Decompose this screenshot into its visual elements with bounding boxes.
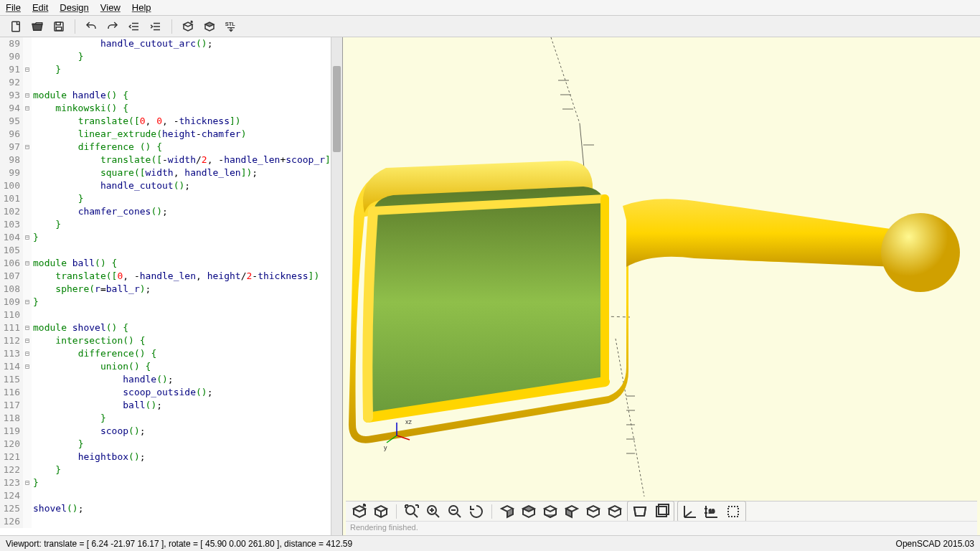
code-line[interactable]: 109⊟}: [0, 296, 342, 309]
menu-view[interactable]: View: [100, 2, 121, 13]
code-text[interactable]: scoop_outside();: [32, 386, 212, 399]
fold-marker[interactable]: ⊟: [23, 321, 32, 334]
crosshair-icon[interactable]: [724, 503, 743, 520]
code-line[interactable]: 100 handle_cutout();: [0, 179, 342, 192]
code-text[interactable]: }: [32, 192, 83, 205]
code-line[interactable]: 126: [0, 515, 342, 528]
fold-marker[interactable]: ⊟: [23, 476, 32, 489]
code-line[interactable]: 104⊟}: [0, 231, 342, 244]
code-text[interactable]: translate([0, 0, -thickness]): [32, 115, 241, 128]
scroll-thumb[interactable]: [333, 66, 341, 152]
code-text[interactable]: }: [32, 476, 39, 489]
view-front-icon[interactable]: [584, 503, 603, 520]
code-line[interactable]: 101 }: [0, 192, 342, 205]
code-line[interactable]: 107 translate([0, -handle_len, height/2-…: [0, 270, 342, 283]
code-text[interactable]: difference() {: [32, 347, 156, 360]
reset-view-icon[interactable]: [467, 503, 486, 520]
fold-marker[interactable]: ⊟: [23, 141, 32, 154]
render-canvas[interactable]: y xz: [343, 37, 980, 535]
code-line[interactable]: 116 scoop_outside();: [0, 386, 342, 399]
code-line[interactable]: 120 }: [0, 438, 342, 451]
open-icon[interactable]: [29, 18, 46, 35]
code-text[interactable]: handle_cutout();: [32, 179, 190, 192]
export-stl-icon[interactable]: STL: [222, 18, 240, 35]
code-text[interactable]: [32, 76, 33, 89]
menu-file[interactable]: File: [6, 2, 21, 13]
code-line[interactable]: 112⊟ intersection() {: [0, 334, 342, 347]
code-text[interactable]: square([width, handle_len]);: [32, 166, 258, 179]
fold-marker[interactable]: ⊟: [23, 347, 32, 360]
view-left-icon[interactable]: [562, 503, 581, 520]
code-text[interactable]: handle_cutout_arc();: [32, 37, 212, 50]
code-text[interactable]: }: [32, 438, 83, 451]
code-line[interactable]: 110: [0, 309, 342, 321]
code-text[interactable]: linear_extrude(height-chamfer): [32, 128, 246, 141]
redo-icon[interactable]: [104, 18, 121, 35]
code-text[interactable]: }: [32, 231, 39, 244]
code-text[interactable]: }: [32, 218, 61, 231]
code-text[interactable]: module ball() {: [32, 257, 117, 270]
code-text[interactable]: [32, 489, 33, 502]
fold-marker[interactable]: ⊟: [23, 296, 32, 309]
code-text[interactable]: scoop();: [32, 425, 146, 438]
code-line[interactable]: 103 }: [0, 218, 342, 231]
zoom-out-icon[interactable]: [446, 503, 464, 520]
code-line[interactable]: 119 scoop();: [0, 425, 342, 438]
indent-icon[interactable]: [147, 18, 164, 35]
fold-marker[interactable]: ⊟: [23, 102, 32, 115]
code-text[interactable]: [32, 244, 33, 257]
code-line[interactable]: 124: [0, 489, 342, 502]
view-back-icon[interactable]: [606, 503, 624, 520]
code-line[interactable]: 118 }: [0, 412, 342, 425]
code-line[interactable]: 117 ball();: [0, 399, 342, 412]
code-text[interactable]: sphere(r=ball_r);: [32, 283, 151, 296]
code-line[interactable]: 121 heightbox();: [0, 451, 342, 463]
new-icon[interactable]: [7, 18, 24, 35]
fold-marker[interactable]: ⊟: [23, 231, 32, 244]
render-icon[interactable]: [201, 18, 218, 35]
fold-marker[interactable]: ⊟: [23, 257, 32, 270]
code-text[interactable]: module handle() {: [32, 89, 128, 102]
code-text[interactable]: }: [32, 463, 61, 476]
view-right-icon[interactable]: [498, 503, 517, 520]
code-line[interactable]: 93⊟module handle() {: [0, 89, 342, 102]
code-line[interactable]: 125shovel();: [0, 502, 342, 515]
zoom-fit-icon[interactable]: [402, 503, 421, 520]
code-line[interactable]: 90 }: [0, 50, 342, 63]
code-line[interactable]: 114⊟ union() {: [0, 360, 342, 373]
code-line[interactable]: 113⊟ difference() {: [0, 347, 342, 360]
code-line[interactable]: 96 linear_extrude(height-chamfer): [0, 128, 342, 141]
code-line[interactable]: 115 handle();: [0, 373, 342, 386]
ortho-icon[interactable]: [652, 503, 671, 520]
code-line[interactable]: 95 translate([0, 0, -thickness]): [0, 115, 342, 128]
code-text[interactable]: }: [32, 412, 106, 425]
code-line[interactable]: 123⊟}: [0, 476, 342, 489]
code-editor[interactable]: 89 handle_cutout_arc();90 }91⊟ }9293⊟mod…: [0, 37, 343, 535]
editor-scrollbar[interactable]: [331, 37, 342, 535]
code-line[interactable]: 89 handle_cutout_arc();: [0, 37, 342, 50]
code-text[interactable]: }: [32, 63, 61, 76]
code-text[interactable]: ball();: [32, 399, 162, 412]
code-text[interactable]: translate([-width/2, -handle_len+scoop_r…: [32, 154, 336, 166]
fold-marker[interactable]: ⊟: [23, 89, 32, 102]
code-line[interactable]: 105: [0, 244, 342, 257]
code-line[interactable]: 106⊟module ball() {: [0, 257, 342, 270]
code-line[interactable]: 92: [0, 76, 342, 89]
code-text[interactable]: handle();: [32, 373, 174, 386]
code-text[interactable]: union() {: [32, 360, 151, 373]
code-text[interactable]: intersection() {: [32, 334, 146, 347]
perspective-icon[interactable]: [631, 503, 649, 520]
code-line[interactable]: 94⊟ minkowski() {: [0, 102, 342, 115]
fold-marker[interactable]: ⊟: [23, 334, 32, 347]
code-text[interactable]: translate([0, -handle_len, height/2-thic…: [32, 270, 319, 283]
code-line[interactable]: 108 sphere(r=ball_r);: [0, 283, 342, 296]
render-cube-icon[interactable]: [372, 503, 390, 520]
code-text[interactable]: module shovel() {: [32, 321, 128, 334]
code-text[interactable]: [32, 309, 33, 321]
code-line[interactable]: 122 }: [0, 463, 342, 476]
code-line[interactable]: 98 translate([-width/2, -handle_len+scoo…: [0, 154, 342, 166]
preview-icon[interactable]: [179, 18, 197, 35]
3d-viewport[interactable]: y xz 10 Rendering finished.: [343, 37, 980, 535]
view-bottom-icon[interactable]: [541, 503, 560, 520]
scale-icon[interactable]: 10: [702, 503, 721, 520]
